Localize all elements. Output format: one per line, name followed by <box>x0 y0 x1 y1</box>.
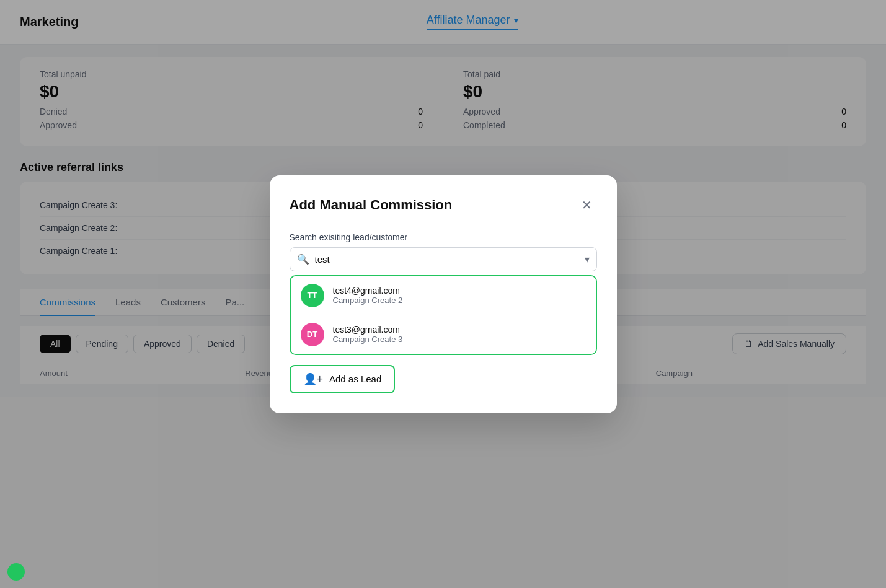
avatar-tt: TT <box>301 284 324 307</box>
result-info-1: test4@gmail.com Campaign Create 2 <box>333 286 586 305</box>
modal-title: Add Manual Commission <box>290 197 453 213</box>
add-as-lead-button[interactable]: 👤+ Add as Lead <box>290 365 396 393</box>
result-info-2: test3@gmail.com Campaign Create 3 <box>333 325 586 344</box>
search-results-dropdown: TT test4@gmail.com Campaign Create 2 DT … <box>290 275 597 355</box>
add-lead-icon: 👤+ <box>303 372 324 386</box>
avatar-initials-2: DT <box>307 330 317 339</box>
modal-header: Add Manual Commission ✕ <box>290 195 597 215</box>
result-campaign-1: Campaign Create 2 <box>333 296 586 305</box>
modal-close-button[interactable]: ✕ <box>577 195 597 215</box>
result-email-1: test4@gmail.com <box>333 286 586 296</box>
search-icon: 🔍 <box>297 253 309 265</box>
result-campaign-2: Campaign Create 3 <box>333 335 586 344</box>
search-input[interactable] <box>290 247 597 271</box>
search-result-1[interactable]: TT test4@gmail.com Campaign Create 2 <box>291 276 596 315</box>
avatar-dt: DT <box>301 323 324 346</box>
search-label: Search exisiting lead/customer <box>290 232 597 242</box>
modal-overlay[interactable]: Add Manual Commission ✕ Search exisiting… <box>0 0 886 588</box>
search-chevron-icon: ▾ <box>585 253 590 265</box>
add-manual-commission-modal: Add Manual Commission ✕ Search exisiting… <box>270 175 617 413</box>
search-field-wrapper: 🔍 ▾ <box>290 247 597 271</box>
avatar-initials-1: TT <box>308 291 317 300</box>
search-result-2[interactable]: DT test3@gmail.com Campaign Create 3 <box>291 315 596 354</box>
green-status-dot <box>7 563 25 581</box>
add-lead-label: Add as Lead <box>329 374 381 384</box>
result-email-2: test3@gmail.com <box>333 325 586 335</box>
